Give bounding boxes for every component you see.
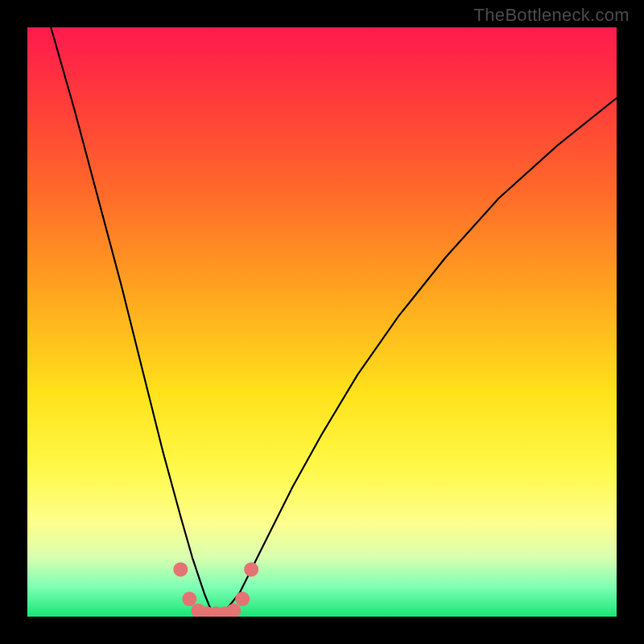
- chart-frame: TheBottleneck.com: [0, 0, 644, 644]
- plot-svg: [27, 27, 617, 617]
- watermark-text: TheBottleneck.com: [474, 5, 630, 26]
- trough-marker: [182, 592, 196, 606]
- trough-marker: [173, 562, 188, 576]
- trough-marker: [244, 562, 258, 576]
- plot-area: [27, 27, 617, 617]
- curve-line: [51, 27, 617, 613]
- trough-marker: [235, 592, 250, 606]
